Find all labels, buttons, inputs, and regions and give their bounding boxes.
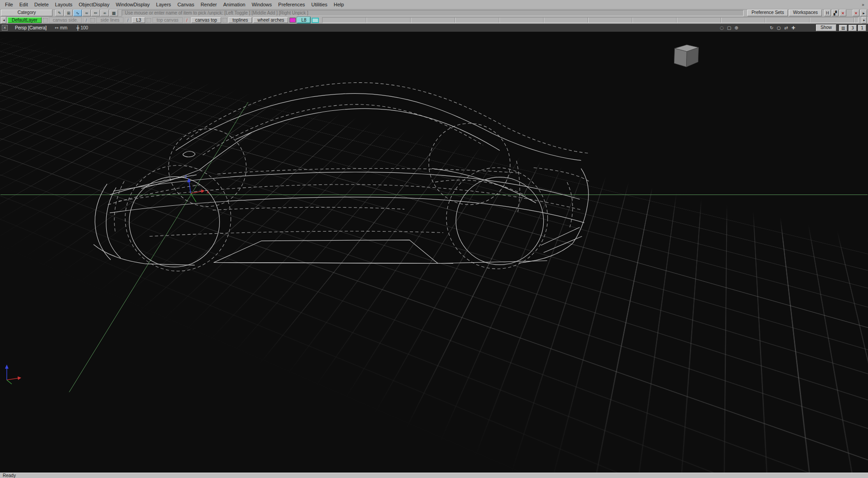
layer-slash-icon[interactable]: / [125, 17, 131, 23]
menu-item[interactable]: Canvas [174, 0, 197, 9]
menu-item[interactable]: Utilities [308, 0, 330, 9]
viewport-units: ↔ mm [55, 25, 67, 30]
view-cube[interactable] [674, 45, 698, 67]
curve-create-tool-icon[interactable]: ∿ [73, 9, 82, 16]
menu-overflow-icon[interactable]: » [860, 2, 866, 7]
viewport-nav-icons: ↻○⇄✚ [768, 25, 797, 31]
curve-edit-tool-icon[interactable]: ≈ [82, 9, 91, 16]
zoom-region-icon[interactable]: ⊕ [733, 25, 740, 31]
grid-snap-icon[interactable]: ▦ [109, 9, 118, 16]
layer-chip-defaultlayer[interactable]: DefaultLayer [8, 17, 42, 23]
layer-slash-icon[interactable]: / [83, 17, 89, 23]
viewport-layout-buttons: ▥31 [839, 25, 866, 31]
layer-chip-side-lines[interactable]: side lines [96, 17, 123, 23]
shelf-scroll-right-icon[interactable]: ▸ [860, 9, 867, 16]
shelf-edge-icons: ×▸ [853, 9, 867, 16]
layer-selection-swatch[interactable] [312, 18, 319, 23]
layer-chip-canvas-side[interactable]: canvas side. [49, 17, 82, 23]
viewport-select-icons: ◌▢⊕ [718, 25, 740, 31]
menu-item[interactable]: Preferences [275, 0, 308, 9]
menu-item[interactable]: Help [331, 0, 347, 9]
origin-axis-triad: x z [185, 174, 209, 202]
delete-mode-icon[interactable]: × [840, 9, 846, 16]
origin-z-label: z [185, 174, 187, 179]
menu-bar: FileEditDeleteLayoutsObjectDisplayWindow… [0, 0, 868, 9]
three-pane-icon[interactable]: 3 [849, 25, 857, 31]
application-window: FileEditDeleteLayoutsObjectDisplayWindow… [0, 0, 868, 478]
shelf-right-icons: H▞× [824, 9, 846, 16]
close-red-icon[interactable]: × [853, 9, 859, 16]
menu-item[interactable]: Layers [153, 0, 174, 9]
status-bar: Ready [0, 473, 868, 478]
layer-chip-toplines[interactable]: toplines [228, 17, 252, 23]
layer-color-swatch[interactable] [289, 18, 296, 23]
car-wireframe-solid [94, 94, 588, 267]
menu-item[interactable]: Render [197, 0, 220, 9]
marquee-select-icon[interactable]: ▢ [726, 25, 733, 31]
layer-chip-l8[interactable]: L8 [297, 17, 310, 23]
grid-axis-icon: ╋ [76, 25, 79, 30]
tumble-icon[interactable]: ↻ [768, 25, 775, 31]
view-axis-triad [5, 364, 21, 384]
dolly-icon[interactable]: ⇄ [783, 25, 790, 31]
preference-sets-button[interactable]: Preference Sets [747, 9, 788, 16]
viewport-camera-label[interactable]: Persp [Camera] [15, 25, 47, 30]
track-icon[interactable]: ○ [775, 25, 783, 31]
tool-icon-group: ✎⊞∿≈✏∞▦ [55, 9, 118, 16]
show-button[interactable]: Show [816, 24, 836, 31]
layer-visibility-checkbox[interactable] [90, 18, 95, 23]
menu-item[interactable]: Edit [16, 0, 31, 9]
status-text: Ready [3, 473, 16, 478]
pick-component-tool-icon[interactable]: ⊞ [64, 9, 73, 16]
perspective-viewport[interactable]: x z [0, 32, 868, 473]
layer-chip-top-canvas[interactable]: top canvas [152, 17, 182, 23]
tool-shelf: Category ✎⊞∿≈✏∞▦ Use mouse or enter name… [0, 9, 868, 17]
viewport-close-icon[interactable]: × [2, 25, 8, 31]
menu-item[interactable]: Delete [31, 0, 52, 9]
grid-size-value: 100 [81, 25, 88, 30]
menu-item[interactable]: File [2, 0, 16, 9]
viewport-header-right: ◌▢⊕ ↻○⇄✚ Show ▥31 [718, 24, 866, 31]
fit-view-icon[interactable]: ✚ [790, 25, 797, 31]
layer-chip-l3[interactable]: L3 [132, 17, 145, 23]
menu-items: FileEditDeleteLayoutsObjectDisplayWindow… [2, 0, 347, 9]
layers-bar: ◂ DefaultLayercanvas side./side lines/L3… [0, 17, 868, 24]
transform-tool-icon[interactable]: ✎ [55, 9, 64, 16]
menu-item[interactable]: ObjectDisplay [76, 0, 113, 9]
layer-visibility-checkbox[interactable] [147, 18, 151, 23]
split-pane-icon[interactable]: ▥ [839, 25, 847, 31]
blend-curve-tool-icon[interactable]: ∞ [100, 9, 109, 16]
layer-visibility-checkbox[interactable] [43, 18, 47, 23]
scene-canvas: x z [0, 32, 868, 473]
menu-item[interactable]: WindowDisplay [113, 0, 153, 9]
category-button[interactable]: Category [1, 9, 52, 16]
pan-units-icon: ↔ [55, 25, 58, 30]
layer-slash-icon[interactable]: / [184, 17, 190, 23]
menu-item[interactable]: Layouts [52, 0, 76, 9]
layers-scroll-left-icon[interactable]: ◂ [1, 17, 6, 24]
layers-list: DefaultLayercanvas side./side lines/L3to… [8, 17, 319, 23]
layer-chip-wheel-arches[interactable]: wheel arches [253, 17, 288, 23]
sketch-tool-icon[interactable]: ✏ [91, 9, 100, 16]
layers-scroll-right-icon[interactable]: ▸ [862, 17, 867, 24]
units-label: mm [60, 25, 67, 30]
viewport-header: × Persp [Camera] ↔ mm ╋ 100 ◌▢⊕ ↻○⇄✚ Sho… [0, 24, 868, 32]
menu-item[interactable]: Windows [248, 0, 275, 9]
layer-visibility-checkbox[interactable] [223, 18, 227, 23]
menu-item[interactable]: Animation [220, 0, 249, 9]
construction-lines [0, 102, 868, 392]
lasso-select-icon[interactable]: ◌ [718, 25, 726, 31]
layers-empty-slots[interactable] [322, 17, 859, 23]
hotkeys-icon[interactable]: H [824, 9, 831, 16]
layer-chip-canvas-top[interactable]: canvas top [191, 17, 221, 23]
prompt-line[interactable]: Use mouse or enter name of item to pick … [122, 10, 744, 16]
viewport-grid-size: ╋ 100 [76, 25, 88, 30]
workspaces-button[interactable]: Workspaces [789, 9, 822, 16]
origin-x-label: x [207, 189, 209, 194]
single-pane-icon[interactable]: 1 [858, 25, 866, 31]
palette-icon[interactable]: ▞ [832, 9, 839, 16]
